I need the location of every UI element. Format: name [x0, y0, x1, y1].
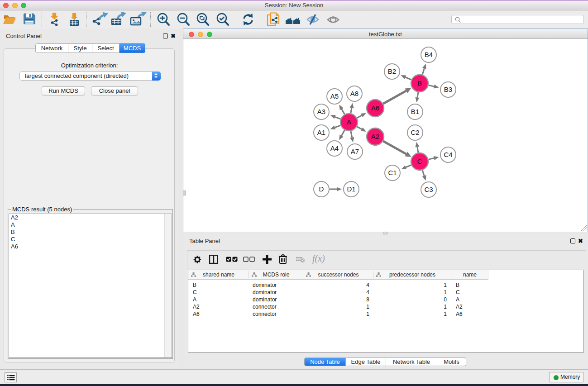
svg-text:A: A [347, 118, 351, 126]
svg-text:C4: C4 [444, 151, 452, 158]
svg-text:A3: A3 [317, 108, 325, 115]
svg-text:A7: A7 [351, 148, 359, 155]
svg-text:A4: A4 [330, 144, 339, 152]
svg-text:A6: A6 [371, 104, 379, 112]
svg-text:A2: A2 [371, 133, 379, 140]
svg-text:C: C [417, 157, 422, 165]
svg-text:A1: A1 [317, 129, 325, 136]
svg-text:B: B [417, 79, 422, 87]
svg-text:D: D [319, 185, 324, 193]
svg-text:B2: B2 [388, 67, 396, 75]
svg-text:A5: A5 [330, 92, 339, 100]
svg-text:C2: C2 [411, 129, 419, 136]
svg-text:C3: C3 [424, 186, 433, 193]
svg-text:f(x): f(x) [312, 254, 325, 264]
svg-text:B1: B1 [411, 108, 419, 115]
svg-text:C1: C1 [388, 169, 397, 176]
svg-text:A8: A8 [350, 90, 359, 97]
svg-text:B4: B4 [425, 51, 433, 58]
svg-text:D1: D1 [347, 185, 355, 193]
svg-text:B3: B3 [444, 86, 452, 93]
